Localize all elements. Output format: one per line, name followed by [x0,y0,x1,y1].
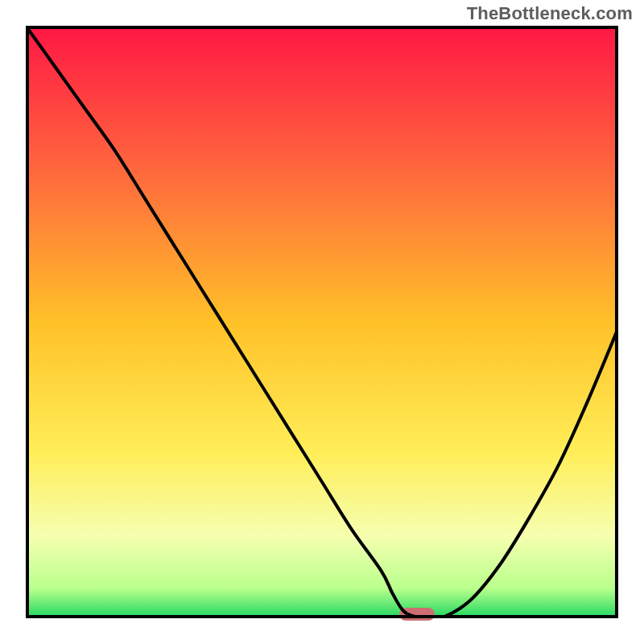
optimal-marker [399,608,435,621]
watermark-text: TheBottleneck.com [467,3,633,24]
plot-area [26,26,618,618]
chart-container: TheBottleneck.com [0,0,644,644]
background-gradient [26,26,618,618]
svg-rect-0 [26,26,618,618]
